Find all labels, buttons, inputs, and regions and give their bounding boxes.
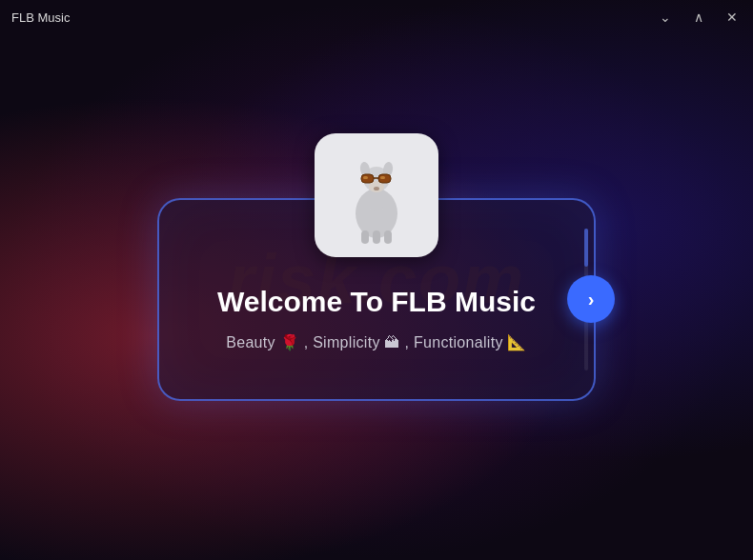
chevron-right-icon: ›: [588, 290, 595, 309]
welcome-card: Welcome To FLB Music Beauty 🌹 , Simplici…: [157, 198, 596, 401]
svg-rect-14: [384, 230, 392, 244]
close-button[interactable]: ✕: [722, 9, 742, 26]
scrollbar-thumb: [584, 229, 588, 267]
app-icon: [315, 133, 438, 257]
subtitle-text: Beauty 🌹 , Simplicity 🏔 , Functionality …: [226, 333, 527, 351]
titlebar: FLB Music ⌄ ∧ ✕: [0, 0, 753, 34]
chevron-down-button[interactable]: ⌄: [656, 9, 675, 26]
svg-rect-12: [361, 230, 369, 244]
maximize-button[interactable]: ∧: [690, 9, 707, 26]
svg-rect-9: [363, 176, 368, 179]
app-title: FLB Music: [11, 10, 70, 25]
svg-point-11: [374, 187, 379, 190]
svg-rect-10: [380, 176, 385, 179]
main-content: Welcome To FLB Music Beauty 🌹 , Simplici…: [0, 0, 753, 560]
next-button[interactable]: ›: [567, 275, 615, 323]
llama-icon: [324, 143, 429, 248]
welcome-title: Welcome To FLB Music: [217, 286, 536, 318]
svg-rect-13: [373, 230, 380, 244]
window-controls: ⌄ ∧ ✕: [656, 9, 742, 26]
